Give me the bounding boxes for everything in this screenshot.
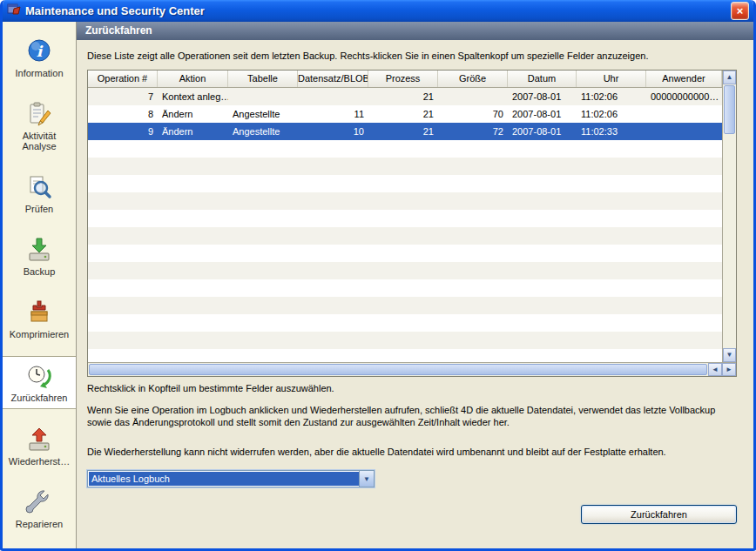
table-cell <box>646 123 722 140</box>
table-cell: 11 <box>298 105 368 123</box>
restore-description: Wenn Sie eine Operation im Logbuch ankli… <box>87 404 737 428</box>
table-cell <box>228 88 298 105</box>
main-panel: Zurückfahren Diese Liste zeigt alle Oper… <box>77 22 753 548</box>
table-cell: 11:02:33 <box>577 123 646 140</box>
maintenance-security-window: Maintenance und Security Center × i Info… <box>0 0 756 551</box>
table-cell: Kontext anleg… <box>158 88 228 105</box>
logbook-select-value: Aktuelles Logbuch <box>89 472 359 486</box>
operations-table: Operation #AktionTabelleDatensatz/BLOBPr… <box>87 70 737 377</box>
column-header[interactable]: Uhr <box>577 71 646 87</box>
sidebar-item-pruefen[interactable]: Prüfen <box>3 168 76 219</box>
vertical-scroll-thumb[interactable] <box>724 85 735 134</box>
sidebar-item-label: Prüfen <box>25 204 53 214</box>
table-cell: 8 <box>88 105 158 123</box>
table-empty-row <box>88 175 722 192</box>
scroll-up-button[interactable]: ▲ <box>723 71 736 84</box>
table-empty-row <box>88 314 722 332</box>
table-empty-row <box>88 297 722 314</box>
sidebar-item-label: Backup <box>24 266 56 277</box>
table-cell: 21 <box>368 105 438 123</box>
vertical-scroll-track[interactable] <box>723 135 736 348</box>
rollback-button[interactable]: Zurückfahren <box>581 505 737 524</box>
table-cell: 21 <box>368 123 438 140</box>
right-arrow-icon: ► <box>726 366 732 373</box>
table-cell: 2007-08-01 <box>508 88 577 105</box>
sidebar-item-reparieren[interactable]: Reparieren <box>3 483 76 534</box>
close-icon: × <box>737 4 744 17</box>
table-cell: 21 <box>368 88 438 105</box>
sidebar-item-wiederherstellen[interactable]: Wiederherst… <box>3 420 76 472</box>
table-empty-row <box>88 349 722 362</box>
close-button[interactable]: × <box>731 2 749 20</box>
horizontal-scrollbar[interactable]: ◄ ► <box>88 362 736 376</box>
table-empty-row <box>88 140 722 158</box>
table-empty-row <box>88 158 722 175</box>
verify-icon <box>25 173 53 201</box>
table-cell <box>646 105 722 123</box>
table-row[interactable]: 7Kontext anleg…212007-08-0111:02:0600000… <box>88 88 722 105</box>
sidebar-item-label: Aktivität Analyse <box>4 131 74 151</box>
column-header[interactable]: Datum <box>508 71 577 87</box>
title-bar[interactable]: Maintenance und Security Center × <box>3 0 753 22</box>
sidebar-item-label: Information <box>15 68 63 78</box>
sidebar-item-label: Wiederherst… <box>9 456 70 467</box>
sidebar-item-aktivitaet-analyse[interactable]: Aktivität Analyse <box>3 95 76 157</box>
vertical-scrollbar[interactable]: ▲ ▼ <box>722 71 736 362</box>
table-body: 7Kontext anleg…212007-08-0111:02:0600000… <box>88 88 722 362</box>
rollback-icon <box>25 362 53 390</box>
app-icon <box>7 3 21 20</box>
table-cell: 00000000000… <box>646 88 722 105</box>
table-empty-row <box>88 279 722 297</box>
sidebar-item-komprimieren[interactable]: Komprimieren <box>3 293 76 345</box>
sidebar-item-label: Komprimieren <box>10 329 69 339</box>
table-cell: Angestellte <box>228 105 298 123</box>
table-cell: Ändern <box>158 105 228 123</box>
table-empty-row <box>88 227 722 245</box>
scroll-down-button[interactable]: ▼ <box>723 348 736 362</box>
sidebar-item-backup[interactable]: Backup <box>3 231 76 282</box>
table-empty-row <box>88 332 722 349</box>
sidebar: i Information Akti <box>3 22 77 548</box>
up-arrow-icon: ▲ <box>726 73 733 81</box>
column-header[interactable]: Größe <box>438 71 508 87</box>
sidebar-item-information[interactable]: i Information <box>3 32 76 84</box>
table-empty-row <box>88 262 722 279</box>
intro-text: Diese Liste zeigt alle Operationen seit … <box>87 50 737 61</box>
table-cell: 2007-08-01 <box>508 123 577 140</box>
table-row[interactable]: 9ÄndernAngestellte1021722007-08-0111:02:… <box>88 123 722 140</box>
window-title: Maintenance und Security Center <box>25 4 726 17</box>
table-cell: 2007-08-01 <box>508 105 577 123</box>
compress-icon <box>25 299 53 326</box>
column-header[interactable]: Aktion <box>158 71 228 87</box>
table-cell: 7 <box>88 88 158 105</box>
dropdown-button[interactable]: ▼ <box>359 471 374 487</box>
scroll-left-button[interactable]: ◄ <box>708 363 722 376</box>
table-cell: 72 <box>438 123 508 140</box>
header-rightclick-hint: Rechtsklick in Kopfteil um bestimmte Fel… <box>87 383 737 393</box>
column-header[interactable]: Datensatz/BLOB <box>298 71 368 87</box>
table-empty-row <box>88 192 722 210</box>
column-header[interactable]: Anwender <box>646 71 722 87</box>
table-cell: 9 <box>88 123 158 140</box>
horizontal-scroll-thumb[interactable] <box>89 364 707 375</box>
column-header[interactable]: Operation # <box>88 71 158 87</box>
table-cell <box>298 88 368 105</box>
table-row[interactable]: 8ÄndernAngestellte1121702007-08-0111:02:… <box>88 105 722 123</box>
table-cell: 10 <box>298 123 368 140</box>
sidebar-item-zurueckfahren[interactable]: Zurückfahren <box>3 356 76 409</box>
information-icon: i <box>25 37 53 65</box>
restore-warning: Die Wiederherstellung kann nicht widerru… <box>87 446 737 458</box>
column-header[interactable]: Prozess <box>368 71 438 87</box>
table-cell: 70 <box>438 105 508 123</box>
repair-icon <box>25 488 53 516</box>
logbook-select[interactable]: Aktuelles Logbuch ▼ <box>87 470 375 487</box>
scroll-right-button[interactable]: ► <box>722 363 736 376</box>
table-empty-row <box>88 245 722 262</box>
table-empty-row <box>88 210 722 227</box>
table-header-row: Operation #AktionTabelleDatensatz/BLOBPr… <box>88 71 722 88</box>
activity-analysis-icon <box>25 100 53 128</box>
table-cell: 11:02:06 <box>577 105 646 123</box>
column-header[interactable]: Tabelle <box>228 71 298 87</box>
left-arrow-icon: ◄ <box>712 366 719 373</box>
chevron-down-icon: ▼ <box>363 475 370 483</box>
